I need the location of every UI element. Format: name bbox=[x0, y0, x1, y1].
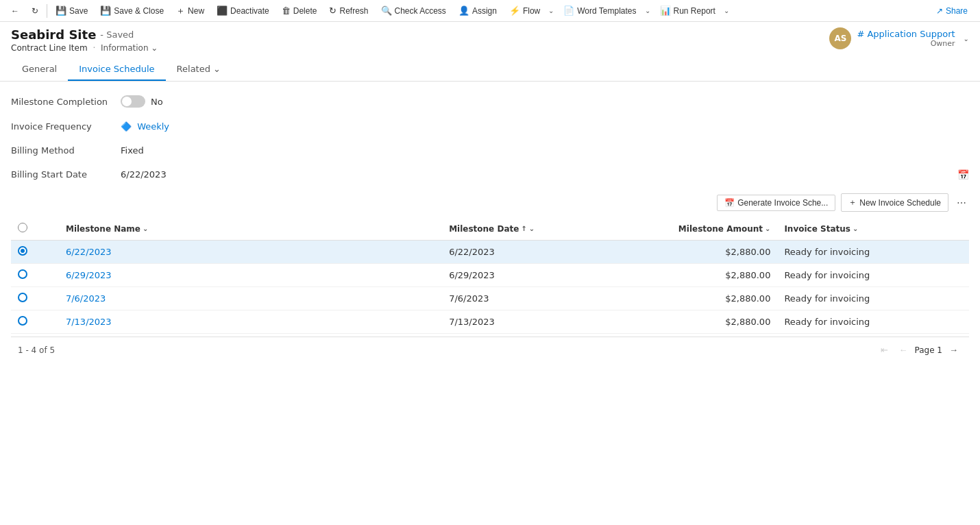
new-label: New bbox=[188, 6, 204, 16]
save-button[interactable]: 💾 Save bbox=[50, 3, 93, 19]
row-invoice-status: Ready for invoicing bbox=[777, 264, 969, 287]
word-templates-icon: 📄 bbox=[563, 5, 574, 16]
check-access-button[interactable]: 🔍 Check Access bbox=[376, 3, 452, 19]
milestone-completion-label: Milestone Completion bbox=[11, 97, 121, 107]
refresh-icon: ↻ bbox=[329, 5, 336, 16]
page-header: Seabird Site - Saved Contract Line Item … bbox=[0, 22, 980, 82]
page-title-area: Seabird Site - Saved Contract Line Item … bbox=[11, 27, 158, 53]
row-radio[interactable] bbox=[18, 293, 27, 302]
table-header: Milestone Name ⌄ Milestone Date ↑ ⌄ Mile… bbox=[11, 217, 969, 241]
billing-method-label: Billing Method bbox=[11, 145, 121, 156]
word-templates-button[interactable]: 📄 Word Templates bbox=[558, 3, 641, 19]
word-templates-btn-group: 📄 Word Templates ⌄ bbox=[558, 3, 652, 19]
run-report-dropdown-button[interactable]: ⌄ bbox=[721, 4, 732, 17]
col-header-milestone-name[interactable]: Milestone Name ⌄ bbox=[59, 217, 442, 241]
select-all-checkbox[interactable] bbox=[18, 223, 27, 232]
grid-more-options-button[interactable]: ⋯ bbox=[954, 195, 969, 211]
deactivate-button[interactable]: ⬛ Deactivate bbox=[211, 3, 275, 19]
row-milestone-name[interactable]: 7/13/2023 bbox=[59, 310, 442, 334]
tabs: General Invoice Schedule Related ⌄ bbox=[11, 58, 969, 81]
row-invoice-status: Ready for invoicing bbox=[777, 310, 969, 334]
row-radio[interactable] bbox=[18, 316, 27, 326]
milestone-name-link[interactable]: 7/6/2023 bbox=[66, 293, 106, 304]
invoice-frequency-value-area: 🔷 Weekly bbox=[121, 121, 169, 132]
pagination-next-button[interactable]: → bbox=[945, 343, 962, 357]
milestone-name-link[interactable]: 7/13/2023 bbox=[66, 317, 112, 327]
save-label: Save bbox=[69, 6, 88, 16]
col-header-invoice-status[interactable]: Invoice Status ⌄ bbox=[777, 217, 969, 241]
refresh-button[interactable]: ↻ Refresh bbox=[323, 3, 373, 19]
header-select-all[interactable] bbox=[11, 217, 59, 241]
sort-icon-milestone-amount: ⌄ bbox=[765, 225, 770, 232]
row-milestone-amount: $2,880.00 bbox=[634, 287, 778, 310]
milestone-completion-value: No bbox=[151, 97, 163, 107]
milestone-name-link[interactable]: 6/22/2023 bbox=[66, 247, 112, 257]
flow-button[interactable]: ⚡ Flow bbox=[504, 3, 546, 19]
row-radio-cell[interactable] bbox=[11, 287, 59, 310]
save-close-button[interactable]: 💾 Save & Close bbox=[95, 3, 169, 19]
tab-related[interactable]: Related ⌄ bbox=[166, 58, 232, 81]
delete-button[interactable]: 🗑 Delete bbox=[276, 3, 323, 19]
back-button[interactable]: ← bbox=[5, 3, 25, 19]
assign-button[interactable]: 👤 Assign bbox=[453, 3, 502, 19]
tab-invoice-schedule[interactable]: Invoice Schedule bbox=[68, 58, 165, 81]
row-invoice-status: Ready for invoicing bbox=[777, 241, 969, 264]
share-button[interactable]: ↗ Share bbox=[929, 3, 975, 19]
toolbar-divider-1 bbox=[47, 4, 47, 18]
deactivate-icon: ⬛ bbox=[217, 5, 228, 16]
milestone-completion-toggle-area: No bbox=[121, 95, 163, 108]
flow-label: Flow bbox=[523, 6, 540, 16]
invoice-frequency-link[interactable]: Weekly bbox=[137, 121, 169, 132]
word-templates-dropdown-button[interactable]: ⌄ bbox=[642, 4, 653, 17]
new-icon: ＋ bbox=[176, 5, 185, 17]
breadcrumb-sep: · bbox=[93, 43, 95, 53]
generate-invoice-schedule-button[interactable]: 📅 Generate Invoice Sche... bbox=[717, 195, 835, 211]
breadcrumb: Contract Line Item · Information ⌄ bbox=[11, 43, 158, 53]
grid-footer: 1 - 4 of 5 ⇤ ← Page 1 → bbox=[11, 337, 969, 363]
save-close-icon: 💾 bbox=[100, 5, 111, 16]
save-icon: 💾 bbox=[56, 5, 66, 16]
col-milestone-amount-label: Milestone Amount bbox=[678, 224, 763, 234]
row-milestone-name[interactable]: 6/22/2023 bbox=[59, 241, 442, 264]
pagination-page-label: Page 1 bbox=[915, 345, 943, 355]
user-chevron-icon[interactable]: ⌄ bbox=[964, 35, 969, 42]
tab-general[interactable]: General bbox=[11, 58, 68, 81]
row-radio[interactable] bbox=[18, 269, 27, 279]
back-icon: ← bbox=[11, 6, 19, 16]
row-radio-cell[interactable] bbox=[11, 310, 59, 334]
billing-method-value: Fixed bbox=[121, 145, 144, 156]
flow-dropdown-button[interactable]: ⌄ bbox=[546, 4, 556, 17]
col-header-milestone-amount[interactable]: Milestone Amount ⌄ bbox=[634, 217, 778, 241]
main-content: Milestone Completion No Invoice Frequenc… bbox=[0, 82, 980, 376]
pagination-prev-button[interactable]: ← bbox=[895, 343, 912, 357]
assign-icon: 👤 bbox=[458, 5, 469, 16]
forward-button[interactable]: ↻ bbox=[26, 3, 44, 19]
row-radio[interactable] bbox=[18, 246, 27, 256]
row-milestone-name[interactable]: 7/6/2023 bbox=[59, 287, 442, 310]
run-report-button[interactable]: 📊 Run Report bbox=[654, 3, 721, 19]
breadcrumb-view: Information bbox=[101, 43, 148, 53]
breadcrumb-dropdown-icon[interactable]: ⌄ bbox=[151, 43, 158, 53]
pagination-first-button[interactable]: ⇤ bbox=[877, 343, 892, 357]
col-header-milestone-date[interactable]: Milestone Date ↑ ⌄ bbox=[442, 217, 634, 241]
billing-method-field: Billing Method Fixed bbox=[11, 145, 969, 156]
col-invoice-status-label: Invoice Status bbox=[784, 224, 850, 234]
pagination-controls: ⇤ ← Page 1 → bbox=[877, 343, 963, 357]
new-invoice-icon: ＋ bbox=[848, 197, 857, 208]
new-invoice-schedule-button[interactable]: ＋ New Invoice Schedule bbox=[841, 193, 948, 212]
row-milestone-date: 6/22/2023 bbox=[442, 241, 634, 264]
user-name[interactable]: # Application Support bbox=[857, 29, 955, 39]
milestone-completion-toggle[interactable] bbox=[121, 95, 145, 108]
row-milestone-name[interactable]: 6/29/2023 bbox=[59, 264, 442, 287]
billing-start-date-label: Billing Start Date bbox=[11, 169, 121, 180]
new-button[interactable]: ＋ New bbox=[171, 2, 210, 20]
row-milestone-date: 6/29/2023 bbox=[442, 264, 634, 287]
flow-icon: ⚡ bbox=[509, 5, 520, 16]
page-title-text: Seabird Site bbox=[11, 27, 96, 42]
row-radio-cell[interactable] bbox=[11, 241, 59, 264]
row-radio-cell[interactable] bbox=[11, 264, 59, 287]
page-header-top: Seabird Site - Saved Contract Line Item … bbox=[11, 27, 969, 53]
milestone-name-link[interactable]: 6/29/2023 bbox=[66, 270, 112, 280]
run-report-icon: 📊 bbox=[660, 5, 671, 16]
calendar-icon-button[interactable]: 📅 bbox=[957, 169, 969, 180]
